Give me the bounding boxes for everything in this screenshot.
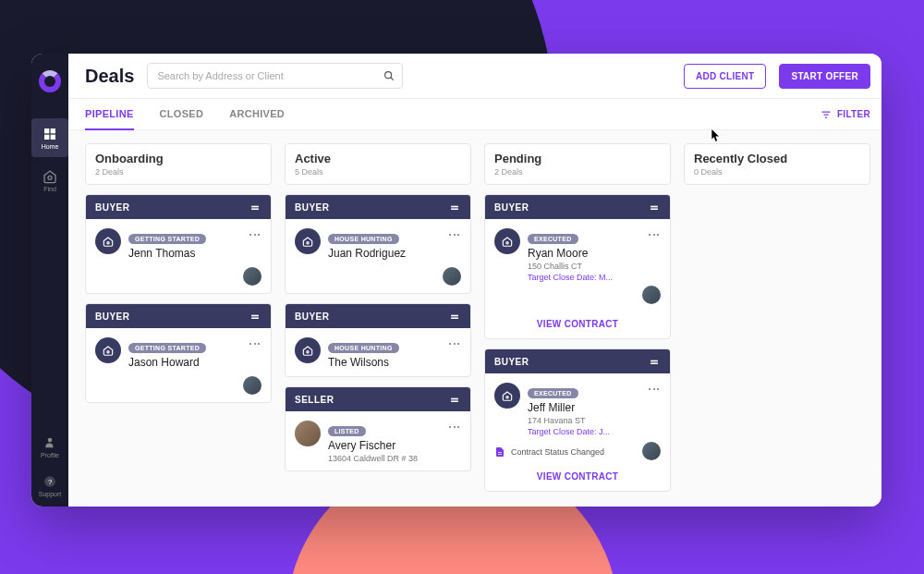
filter-icon <box>821 109 832 120</box>
svg-point-15 <box>307 242 309 244</box>
card-type-bar: BUYER ＝ <box>86 304 271 328</box>
svg-point-18 <box>506 397 508 398</box>
card-drag-icon[interactable]: ＝ <box>249 201 262 214</box>
column-recently-closed: Recently Closed 0 Deals <box>684 143 870 494</box>
more-icon[interactable]: ⋮ <box>448 421 461 434</box>
svg-point-8 <box>384 72 391 79</box>
house-icon <box>295 337 321 363</box>
start-offer-button[interactable]: START OFFER <box>779 64 870 89</box>
card-type-bar: BUYER ＝ <box>286 195 470 219</box>
house-photo-icon <box>295 421 321 446</box>
tab-closed[interactable]: CLOSED <box>160 99 204 130</box>
sidebar-item-label: Home <box>42 143 59 150</box>
target-close-date: Target Close Date: M... <box>528 273 640 282</box>
deal-card[interactable]: BUYER ＝ EXECUTED Ryan Moore <box>484 194 671 339</box>
column-title: Recently Closed <box>694 152 860 165</box>
client-name: Avery Fischer <box>328 439 441 452</box>
address: 150 Challis CT <box>528 262 640 271</box>
search-input[interactable] <box>147 63 402 89</box>
tab-archived[interactable]: ARCHIVED <box>229 99 285 130</box>
search-box <box>147 63 402 89</box>
status-badge: GETTING STARTED <box>128 234 206 244</box>
home-search-icon <box>43 169 57 184</box>
sidebar-item-support[interactable]: ? Support <box>31 468 68 503</box>
agent-avatar[interactable] <box>642 442 661 460</box>
card-drag-icon[interactable]: ＝ <box>648 355 662 368</box>
svg-point-4 <box>48 176 52 179</box>
card-type-label: BUYER <box>295 202 330 213</box>
svg-point-5 <box>48 437 53 442</box>
search-icon <box>383 69 395 82</box>
card-drag-icon[interactable]: ＝ <box>448 393 462 406</box>
agent-avatar[interactable] <box>243 267 261 286</box>
column-header: Pending 2 Deals <box>484 143 671 185</box>
sidebar-item-label: Profile <box>41 452 59 458</box>
main-content: Deals ADD CLIENT START OFFER PIPELINE CL… <box>68 54 881 507</box>
more-icon[interactable]: ⋮ <box>249 337 261 350</box>
house-icon <box>95 337 121 363</box>
svg-rect-1 <box>51 128 55 133</box>
filter-button[interactable]: FILTER <box>821 109 870 120</box>
svg-point-17 <box>506 242 508 244</box>
column-count: 5 Deals <box>295 167 461 177</box>
tabs-row: PIPELINE CLOSED ARCHIVED FILTER <box>68 99 881 130</box>
sidebar-item-home[interactable]: Home <box>31 118 68 157</box>
column-onboarding: Onboarding 2 Deals BUYER ＝ <box>85 143 272 494</box>
view-contract-link[interactable]: VIEW CONTRACT <box>485 464 670 491</box>
column-title: Onboarding <box>95 152 261 165</box>
svg-rect-0 <box>44 128 49 133</box>
house-icon <box>295 228 321 254</box>
column-count: 0 Deals <box>694 167 860 177</box>
status-badge: GETTING STARTED <box>128 343 206 353</box>
card-type-label: BUYER <box>295 311 330 322</box>
client-name: Jenn Thomas <box>128 247 241 260</box>
more-icon[interactable]: ⋮ <box>648 383 661 396</box>
agent-avatar[interactable] <box>642 286 661 304</box>
view-contract-link[interactable]: VIEW CONTRACT <box>485 311 670 338</box>
more-icon[interactable]: ⋮ <box>648 228 661 241</box>
card-type-bar: BUYER ＝ <box>286 304 470 328</box>
agent-avatar[interactable] <box>243 376 261 395</box>
contract-status: Contract Status Changed <box>511 447 604 457</box>
card-drag-icon[interactable]: ＝ <box>249 310 262 323</box>
status-badge: HOUSE HUNTING <box>328 234 399 244</box>
more-icon[interactable]: ⋮ <box>249 228 261 241</box>
card-type-label: BUYER <box>95 202 130 213</box>
more-icon[interactable]: ⋮ <box>448 337 461 350</box>
agent-avatar[interactable] <box>443 267 461 286</box>
sidebar-item-find[interactable]: Find <box>31 161 68 200</box>
column-title: Pending <box>494 152 661 165</box>
client-name: Jeff Miller <box>528 401 640 414</box>
svg-line-9 <box>390 78 393 80</box>
card-drag-icon[interactable]: ＝ <box>648 201 662 214</box>
deal-card[interactable]: BUYER ＝ GETTING STARTED Jason Howard <box>85 303 272 403</box>
tab-pipeline[interactable]: PIPELINE <box>85 99 134 130</box>
svg-point-14 <box>107 351 109 353</box>
status-badge: EXECUTED <box>528 234 578 244</box>
card-type-label: BUYER <box>95 311 130 322</box>
sidebar-item-profile[interactable]: Profile <box>31 429 68 464</box>
client-name: Jason Howard <box>128 356 241 369</box>
board: Onboarding 2 Deals BUYER ＝ <box>68 130 881 507</box>
card-drag-icon[interactable]: ＝ <box>448 201 462 214</box>
add-client-button[interactable]: ADD CLIENT <box>684 64 767 89</box>
svg-rect-2 <box>44 134 49 139</box>
card-drag-icon[interactable]: ＝ <box>448 310 462 323</box>
logo-icon <box>39 70 61 92</box>
column-header: Active 5 Deals <box>285 143 471 185</box>
deal-card[interactable]: BUYER ＝ HOUSE HUNTING Juan Rodriguez <box>285 194 471 294</box>
deal-card[interactable]: BUYER ＝ EXECUTED Jeff Miller <box>484 348 671 492</box>
card-type-bar: SELLER ＝ <box>286 387 470 411</box>
svg-point-13 <box>107 242 109 244</box>
status-badge: HOUSE HUNTING <box>328 343 399 353</box>
mouse-cursor-icon <box>711 129 721 142</box>
page-title: Deals <box>85 66 134 87</box>
card-type-label: BUYER <box>494 357 529 367</box>
more-icon[interactable]: ⋮ <box>448 228 461 241</box>
deal-card[interactable]: BUYER ＝ GETTING STARTED Jenn Thomas <box>85 194 272 294</box>
document-icon <box>494 446 505 458</box>
deal-card[interactable]: BUYER ＝ HOUSE HUNTING The Wilsons <box>285 303 471 377</box>
deal-card[interactable]: SELLER ＝ LISTED Avery Fischer 13604 Cald… <box>285 386 471 471</box>
status-badge: EXECUTED <box>528 388 578 398</box>
card-type-bar: BUYER ＝ <box>485 195 670 219</box>
